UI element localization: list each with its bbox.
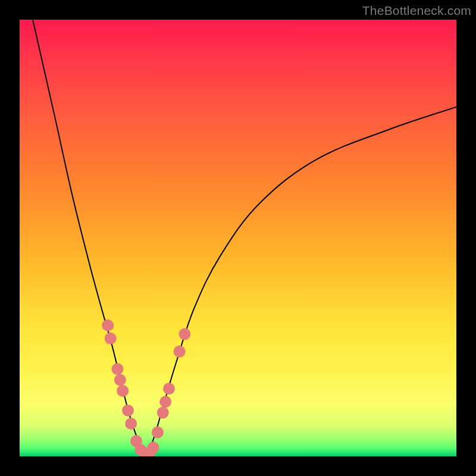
curve-left-curve [33, 20, 144, 452]
series-left-curve [33, 20, 144, 452]
data-point-11 [148, 441, 159, 453]
data-point-15 [163, 383, 175, 394]
points-layer [102, 320, 190, 456]
watermark-text: TheBottleneck.com [362, 4, 471, 18]
chart-frame: TheBottleneck.com [0, 0, 476, 476]
data-point-2 [111, 363, 123, 375]
plot-area [20, 20, 456, 456]
data-point-4 [117, 385, 129, 397]
data-point-1 [105, 333, 117, 345]
data-point-6 [125, 418, 137, 430]
data-point-0 [102, 320, 114, 331]
data-point-16 [174, 346, 186, 358]
data-point-13 [157, 407, 169, 419]
data-point-5 [122, 405, 134, 416]
curve-right-curve [149, 107, 456, 452]
data-point-17 [178, 328, 190, 340]
data-point-12 [152, 427, 164, 439]
series-right-curve [149, 107, 456, 452]
data-point-14 [159, 396, 171, 408]
curves-svg [20, 20, 456, 456]
data-point-3 [114, 374, 126, 386]
